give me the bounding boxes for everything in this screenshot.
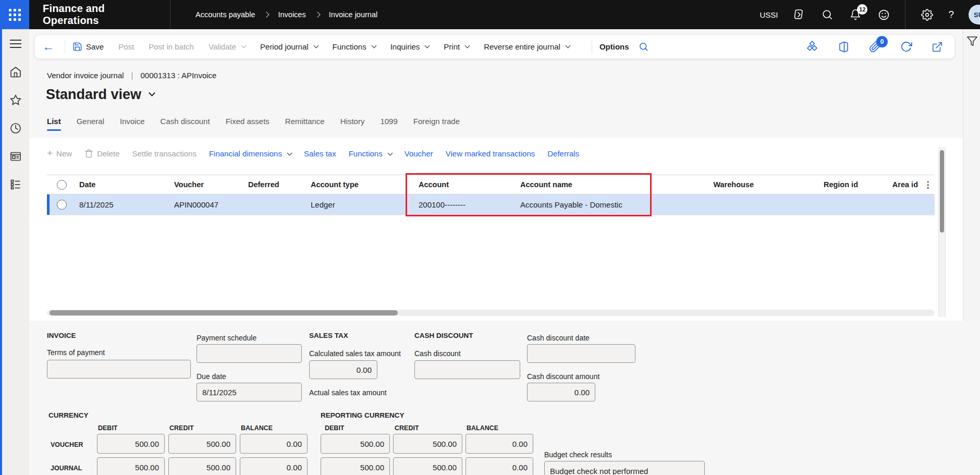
cell-account-type[interactable]: Ledger [308,200,415,209]
reporting-voucher-debit-field[interactable] [321,434,390,454]
refresh-icon[interactable] [899,40,913,54]
copilot-icon[interactable] [792,8,806,21]
voucher-balance-field[interactable] [240,434,308,454]
validate-menu[interactable]: Validate [209,42,246,51]
grid-functions-menu[interactable]: Functions [349,149,392,158]
filter-icon[interactable] [966,35,978,49]
breadcrumb-invoice-journal[interactable]: Invoice journal [329,10,378,19]
workspaces-icon[interactable] [9,150,22,163]
new-button[interactable]: +New [47,149,72,158]
reporting-journal-balance-field[interactable] [466,457,533,475]
budget-check-results-field[interactable] [544,461,705,475]
reporting-voucher-balance-field[interactable] [466,434,533,454]
modules-icon[interactable] [9,178,22,191]
post-button[interactable]: Post [118,42,134,51]
col-account-name[interactable]: Account name [517,180,646,189]
tab-foreign-trade[interactable]: Foreign trade [413,117,460,132]
favorites-icon[interactable] [9,94,22,106]
tab-cash-discount[interactable]: Cash discount [161,117,210,132]
avatar[interactable]: SU [969,5,980,25]
breadcrumb: Accounts payable Invoices Invoice journa… [195,10,377,19]
col-area-id[interactable]: Area id [861,180,921,189]
breadcrumb-invoices[interactable]: Invoices [278,10,305,19]
row-select-radio[interactable] [57,200,67,210]
horizontal-scrollbar[interactable] [47,310,935,316]
open-in-office-icon[interactable] [837,40,850,54]
reporting-journal-debit-field[interactable] [321,457,390,475]
reporting-voucher-credit-field[interactable] [393,434,462,454]
vertical-scrollbar-thumb[interactable] [940,150,944,233]
save-button[interactable]: Save [72,42,104,52]
help-icon[interactable]: ? [948,9,954,20]
deferrals-button[interactable]: Deferrals [547,149,579,158]
cell-account[interactable]: 200100-------- [415,200,517,209]
cash-discount-date-field[interactable] [527,344,635,363]
period-journal-menu[interactable]: Period journal [260,42,318,51]
col-date[interactable]: Date [76,180,171,189]
col-voucher[interactable]: Voucher [171,180,245,189]
post-in-batch-button[interactable]: Post in batch [149,42,194,51]
select-all-radio[interactable] [57,180,67,190]
tab-list[interactable]: List [47,117,61,132]
attach-icon[interactable]: 0 [868,40,881,54]
horizontal-scrollbar-thumb[interactable] [50,310,398,315]
settings-icon[interactable] [920,8,934,21]
voucher-credit-field[interactable] [168,434,236,454]
tab-1099[interactable]: 1099 [380,117,397,132]
due-date-field[interactable] [197,383,302,401]
table-row[interactable]: 8/11/2025 APIN000047 Ledger 200100------… [47,194,935,215]
popout-icon[interactable] [930,40,944,54]
journal-debit-field[interactable] [97,457,165,475]
app-launcher-button[interactable] [0,0,29,29]
col-deferred[interactable]: Deferred [245,180,308,189]
calculated-sales-tax-field[interactable] [309,360,377,379]
back-icon[interactable]: ← [42,41,54,53]
home-icon[interactable] [9,66,22,78]
settle-transactions-button[interactable]: Settle transactions [132,149,196,158]
terms-of-payment-field[interactable] [47,360,191,379]
action-pane-divider [65,40,65,54]
financial-dimensions-menu[interactable]: Financial dimensions [209,149,291,158]
tab-invoice[interactable]: Invoice [120,117,145,132]
cash-discount-amount-field[interactable] [527,383,595,401]
notifications-icon[interactable]: 12 [849,8,862,21]
options-menu[interactable]: Options [599,42,629,51]
tab-fixed-assets[interactable]: Fixed assets [226,117,270,132]
cell-date[interactable]: 8/11/2025 [76,200,171,209]
breadcrumb-accounts-payable[interactable]: Accounts payable [195,10,255,19]
action-search-icon[interactable] [639,42,648,52]
reporting-journal-credit-field[interactable] [393,457,462,475]
journal-credit-field[interactable] [168,457,236,475]
app-title[interactable]: Finance and Operations [29,3,170,27]
tab-general[interactable]: General [77,117,104,132]
payment-schedule-field[interactable] [197,344,302,363]
search-icon[interactable] [820,8,834,21]
view-selector[interactable]: Standard view [46,87,154,103]
cash-discount-field[interactable] [414,360,520,379]
inquiries-menu[interactable]: Inquiries [390,42,430,51]
journal-balance-field[interactable] [240,457,308,475]
reverse-entire-journal-menu[interactable]: Reverse entire journal [484,42,570,51]
delete-button[interactable]: Delete [84,149,119,158]
col-region-id[interactable]: Region id [757,180,861,189]
apps-diamond-icon[interactable] [805,40,819,54]
recent-icon[interactable] [9,122,22,135]
col-account[interactable]: Account [415,180,517,189]
view-marked-transactions-button[interactable]: View marked transactions [446,149,535,158]
menu-icon[interactable] [9,38,22,50]
cell-voucher[interactable]: APIN000047 [171,200,245,209]
cell-account-name[interactable]: Accounts Payable - Domestic [517,200,646,209]
functions-menu[interactable]: Functions [333,42,376,51]
tab-remittance[interactable]: Remittance [285,117,325,132]
voucher-button[interactable]: Voucher [405,149,433,158]
print-menu[interactable]: Print [444,42,469,51]
tab-history[interactable]: History [340,117,365,132]
more-columns-icon[interactable]: ⋮ [921,179,935,190]
sales-tax-button[interactable]: Sales tax [304,149,336,158]
col-warehouse[interactable]: Warehouse [646,180,757,189]
company-picker[interactable]: USSI [760,10,778,19]
vertical-scrollbar[interactable] [938,148,946,316]
voucher-debit-field[interactable] [97,434,165,454]
feedback-icon[interactable] [877,8,890,21]
col-account-type[interactable]: Account type [308,180,415,189]
